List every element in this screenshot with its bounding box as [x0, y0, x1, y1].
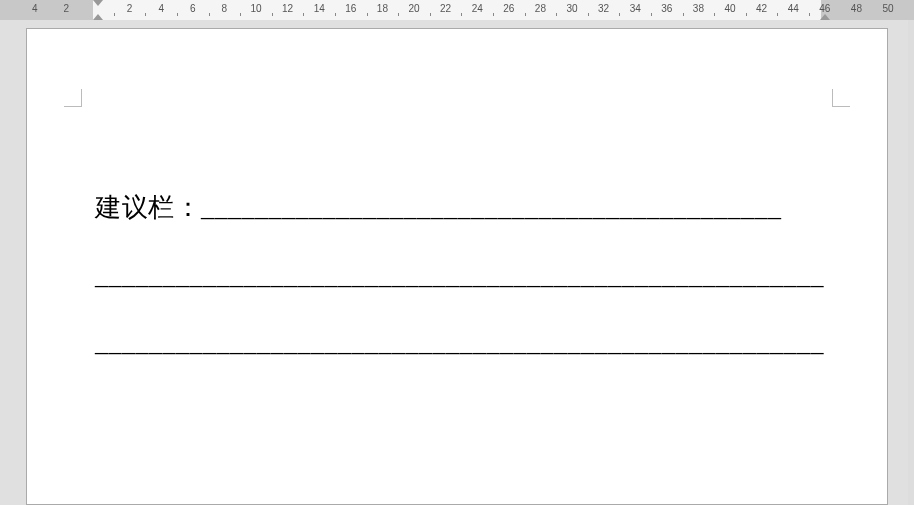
ruler-number: 48 — [851, 3, 862, 14]
indent-marker-left[interactable] — [93, 0, 103, 20]
ruler-tick — [145, 13, 146, 16]
ruler-tick — [683, 13, 684, 16]
ruler-tick — [272, 13, 273, 16]
ruler-tick — [240, 13, 241, 16]
ruler-tick — [493, 13, 494, 16]
ruler-number: 18 — [377, 3, 388, 14]
hanging-indent-icon[interactable] — [93, 14, 103, 20]
ruler-number: 38 — [693, 3, 704, 14]
ruler-number: 14 — [314, 3, 325, 14]
ruler-number: 4 — [32, 3, 38, 14]
ruler-tick — [556, 13, 557, 16]
ruler-number: 2 — [64, 3, 70, 14]
doc-line-2[interactable]: ________________________________________… — [95, 242, 819, 310]
indent-marker-right[interactable] — [820, 0, 830, 20]
ruler-number: 24 — [472, 3, 483, 14]
ruler-tick — [525, 13, 526, 16]
ruler-tick — [209, 13, 210, 16]
ruler-tick — [461, 13, 462, 16]
right-indent-icon[interactable] — [820, 14, 830, 20]
ruler-number: 50 — [882, 3, 893, 14]
ruler-tick — [430, 13, 431, 16]
margin-corner-top-right — [832, 89, 850, 107]
ruler-number: 44 — [788, 3, 799, 14]
ruler-tick — [398, 13, 399, 16]
ruler-number: 30 — [566, 3, 577, 14]
ruler-number: 2 — [127, 3, 133, 14]
document-content[interactable]: 建议栏：____________________________________… — [95, 174, 819, 377]
ruler-tick — [335, 13, 336, 16]
ruler-tick — [177, 13, 178, 16]
first-line-indent-icon[interactable] — [93, 0, 103, 6]
ruler-number: 4 — [158, 3, 164, 14]
ruler-number: 42 — [756, 3, 767, 14]
ruler-number: 6 — [190, 3, 196, 14]
ruler-number: 8 — [222, 3, 228, 14]
workspace: 建议栏：____________________________________… — [0, 20, 914, 505]
ruler-number: 10 — [250, 3, 261, 14]
vertical-scrollbar[interactable] — [908, 20, 914, 505]
ruler-number: 26 — [503, 3, 514, 14]
ruler-ticks: 4224681012141618202224262830323436384042… — [0, 0, 914, 20]
ruler-tick — [714, 13, 715, 16]
ruler-tick — [367, 13, 368, 16]
ruler-number: 36 — [661, 3, 672, 14]
ruler-number: 40 — [724, 3, 735, 14]
line1-underline: ________________________________________… — [201, 193, 782, 222]
ruler-number: 28 — [535, 3, 546, 14]
ruler-tick — [588, 13, 589, 16]
ruler-number: 12 — [282, 3, 293, 14]
ruler-tick — [809, 13, 810, 16]
horizontal-ruler[interactable]: 4224681012141618202224262830323436384042… — [0, 0, 914, 20]
ruler-tick — [114, 13, 115, 16]
margin-corner-top-left — [64, 89, 82, 107]
ruler-number: 32 — [598, 3, 609, 14]
ruler-number: 16 — [345, 3, 356, 14]
ruler-number: 22 — [440, 3, 451, 14]
ruler-tick — [746, 13, 747, 16]
ruler-tick — [777, 13, 778, 16]
ruler-tick — [651, 13, 652, 16]
ruler-tick — [303, 13, 304, 16]
doc-line-1[interactable]: 建议栏：____________________________________… — [95, 174, 819, 242]
suggestion-label: 建议栏： — [95, 193, 201, 222]
ruler-tick — [619, 13, 620, 16]
ruler-number: 34 — [630, 3, 641, 14]
doc-line-3[interactable]: ________________________________________… — [95, 309, 819, 377]
ruler-number: 20 — [408, 3, 419, 14]
document-page[interactable]: 建议栏：____________________________________… — [26, 28, 888, 505]
